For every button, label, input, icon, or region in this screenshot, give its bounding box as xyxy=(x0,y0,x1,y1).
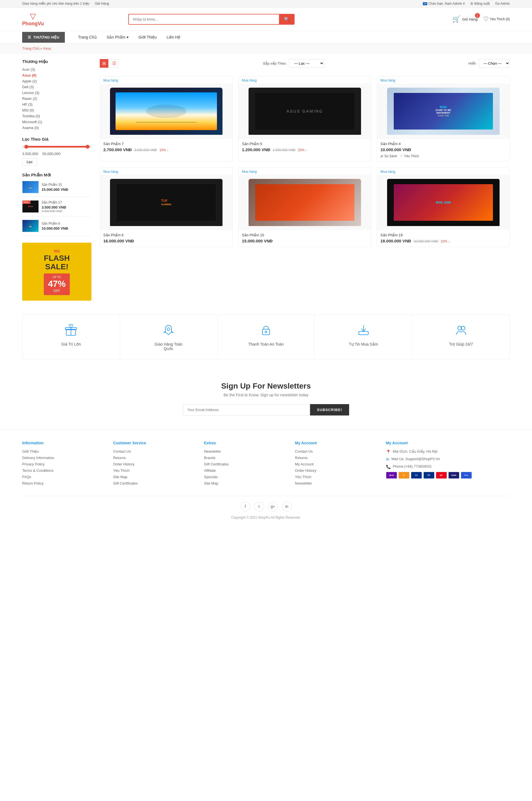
product-buy-link-4[interactable]: Mua hàng xyxy=(100,167,232,175)
brand-link-microsoft[interactable]: Microsoft (1) xyxy=(22,120,42,124)
nav-home[interactable]: Trang Chủ xyxy=(73,31,102,43)
footer-link-my-account[interactable]: My Account xyxy=(295,462,314,466)
footer-link-order-history[interactable]: Order History xyxy=(113,462,134,466)
product-buy-link-5[interactable]: Mua hàng xyxy=(239,167,371,175)
twitter-link[interactable]: t xyxy=(254,502,264,511)
price-range-fill xyxy=(26,146,88,148)
brand-item-acer: Acer (3) xyxy=(22,67,92,72)
logo-text: PhongVu xyxy=(22,21,44,26)
product-buy-link-6[interactable]: Mua hàng xyxy=(377,167,510,175)
nav-about[interactable]: Giới Thiệu xyxy=(134,31,162,43)
footer-link-sitemap2[interactable]: Site Map xyxy=(204,481,218,485)
brand-link-asama[interactable]: Asama (0) xyxy=(22,126,39,130)
cart-badge: 1 xyxy=(475,13,480,18)
discount-badge-2: 30%↓ xyxy=(22,201,31,204)
footer-link-contact2[interactable]: Contact Us xyxy=(295,449,313,454)
product-old-price-1: 3.000.000 VNĐ xyxy=(134,148,157,152)
wishlist-button-3[interactable]: ♡ Yêu Thích xyxy=(400,154,419,158)
logout-icon: ⚙ xyxy=(470,2,473,5)
price-handle-max[interactable] xyxy=(86,145,90,149)
brand-link-dell[interactable]: Dell (3) xyxy=(22,85,34,89)
price-range-slider[interactable] xyxy=(22,146,92,148)
product-name-2: Sản Phẩm 5 xyxy=(242,142,368,146)
footer-link-contact[interactable]: Contact Us xyxy=(113,449,131,454)
grid-view-button[interactable]: ⊞ xyxy=(100,59,108,68)
greeting-link[interactable]: VN Chào bạn, Nam Admin 4 xyxy=(423,2,465,5)
feature-payment: Thanh Toán An Toàn xyxy=(217,315,315,359)
brand-link-hp[interactable]: HP (3) xyxy=(22,102,33,107)
product-pricing-2: 1.200.000 VNĐ 1.500.000 VNĐ 20% ↓ xyxy=(242,147,368,152)
breadcrumb-current[interactable]: Asus xyxy=(43,46,51,51)
logo-link[interactable]: ▽ PhongVu xyxy=(22,12,44,26)
subscribe-button[interactable]: SUBSCRIBE! xyxy=(310,404,349,416)
footer-link-returns2[interactable]: Returns xyxy=(295,456,308,460)
logout-link[interactable]: ⚙ Đăng xuất xyxy=(470,2,490,5)
price-filter-button[interactable]: Lọc xyxy=(22,158,37,166)
footer-link-returns[interactable]: Returns xyxy=(113,456,126,460)
price-handle-min[interactable] xyxy=(24,145,28,149)
new-products-title: Sản Phẩm Mới xyxy=(22,172,92,178)
brand-link-msi[interactable]: MSI (0) xyxy=(22,108,34,112)
product-img-5 xyxy=(239,175,371,230)
brand-menu-button[interactable]: ☰ THƯƠNG HIỆU xyxy=(22,32,65,43)
footer-link-newsletter2[interactable]: Newsletter xyxy=(295,481,312,485)
product-pricing-6: 18.000.000 VNĐ 20.000.000 VNĐ 10% ↓ xyxy=(380,238,506,243)
brand-link-razer[interactable]: Razer (2) xyxy=(22,96,37,101)
linkedin-link[interactable]: in xyxy=(282,502,292,511)
footer-link-sitemap[interactable]: Site Map xyxy=(113,475,127,479)
brand-link-lenovo[interactable]: Lenovo (3) xyxy=(22,91,39,95)
footer-contact-info: My Account 📍 Mai Dịch, Cầu Giấy, Hà Nội … xyxy=(386,441,510,488)
flash-sale-percent: 47% xyxy=(48,279,66,289)
feature-delivery-name: Giao Hàng ToànQuốc xyxy=(155,342,183,351)
footer-link-about[interactable]: Giới Thiệu xyxy=(22,449,39,454)
brand-list: Acer (3) Asus (6) Apple (2) Dell (3) Len… xyxy=(22,67,92,130)
brand-link-asus[interactable]: Asus (6) xyxy=(22,73,36,77)
footer-link-specials[interactable]: Specials xyxy=(204,475,217,479)
newsletter-email-input[interactable] xyxy=(183,404,310,416)
brand-item-razer: Razer (2) xyxy=(22,96,92,101)
go-admin-link[interactable]: Go Admin xyxy=(495,2,510,5)
list-view-button[interactable]: ☰ xyxy=(110,59,119,68)
footer-link-privacy[interactable]: Privacy Policy xyxy=(22,462,44,466)
brand-link-apple[interactable]: Apple (2) xyxy=(22,79,37,83)
footer-link-newsletter[interactable]: Newsletter xyxy=(204,449,221,454)
footer-link-gift[interactable]: Gift Certificates xyxy=(113,481,138,485)
footer-customer-service: Customer Service Contact Us Returns Orde… xyxy=(113,441,196,488)
copyright: Copyright © 2021 ShopPu All Rights Reser… xyxy=(22,515,510,520)
brand-link-acer[interactable]: Acer (3) xyxy=(22,67,35,72)
wishlist-button[interactable]: ♡ Yêu Thích (0) xyxy=(483,16,510,23)
search-button[interactable]: 🔍 xyxy=(279,14,294,25)
brand-link-toshiba[interactable]: Toshiba (0) xyxy=(22,114,40,118)
footer-link-delivery[interactable]: Delivery Information xyxy=(22,456,54,460)
nav-contact[interactable]: Liên Hệ xyxy=(162,31,185,43)
nav-products[interactable]: Sản Phẩm▾ xyxy=(102,31,134,43)
footer-link-gift-certs[interactable]: Gift Certificates xyxy=(204,462,229,466)
payment-icons: Skrill ₿ CC PP MC VISA Expr xyxy=(386,472,510,479)
product-buy-link-2[interactable]: Mua hàng xyxy=(239,76,371,84)
compare-button-3[interactable]: ⇄ So Sánh xyxy=(380,154,397,158)
footer-link-brands[interactable]: Brands xyxy=(204,456,215,460)
product-card-3: Mua hàng ROG DARE TO BE DIFFERENT JOIN T… xyxy=(377,76,510,162)
payment-cc: CC xyxy=(411,472,422,479)
sort-select[interactable]: — Lọc — Giá tăng dần Giá giảm dần xyxy=(289,59,324,68)
footer-link-return[interactable]: Return Policy xyxy=(22,481,43,485)
display-select[interactable]: — Chọn — 9 18 27 xyxy=(479,59,510,68)
footer-link-wishlist[interactable]: Yêu Thích xyxy=(113,469,129,473)
product-buy-link-1[interactable]: Mua hàng xyxy=(100,76,232,84)
footer-link-order-history2[interactable]: Order History xyxy=(295,469,317,473)
footer-link-faqs[interactable]: FAQs xyxy=(22,475,31,479)
cart-button[interactable]: 🛒 1 Giỏ Hàng xyxy=(452,15,478,23)
phone-icon: 📞 xyxy=(386,465,391,469)
breadcrumb-home[interactable]: Trang Chủ xyxy=(22,46,39,51)
new-products-section: Sản Phẩm Mới 💻 Sản Phẩm 15 15.000.000 VN… xyxy=(22,172,92,236)
search-input[interactable] xyxy=(128,14,279,25)
footer-link-wishlist2[interactable]: Yêu Thích xyxy=(295,475,311,479)
googleplus-link[interactable]: g+ xyxy=(268,502,278,511)
product-img-1 xyxy=(100,84,232,139)
product-buy-link-3[interactable]: Mua hàng xyxy=(377,76,510,84)
product-card-2: Mua hàng ASUS GAMING Sản Phẩm 5 1.200.00… xyxy=(238,76,371,162)
facebook-link[interactable]: f xyxy=(241,502,250,511)
brand-item-asus: Asus (6) xyxy=(22,73,92,77)
footer-link-affiliate[interactable]: Affiliate xyxy=(204,469,215,473)
footer-link-terms[interactable]: Terms & Conditions xyxy=(22,469,54,473)
